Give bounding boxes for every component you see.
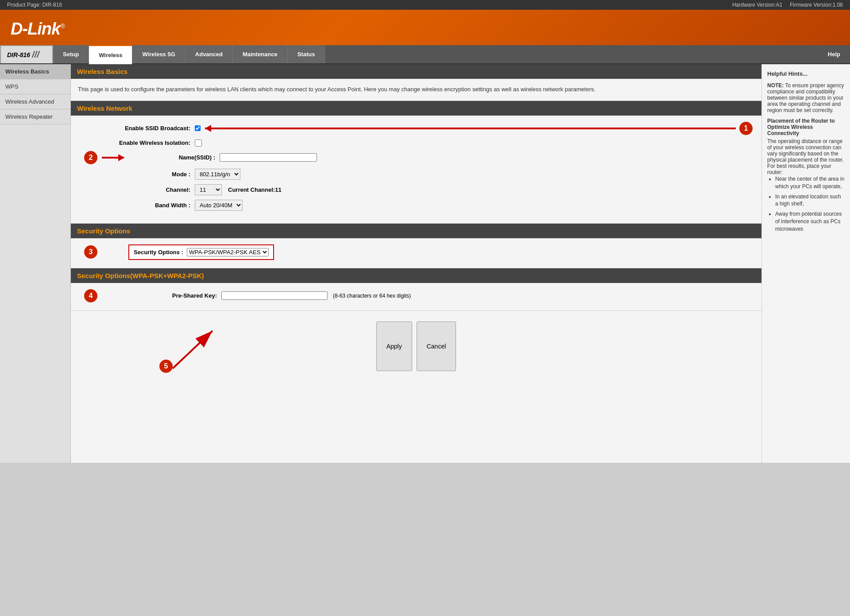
nav-tabs: DIR-816 /// Setup Wireless Wireless 5G A… — [0, 45, 850, 64]
badge-4: 4 — [84, 289, 97, 302]
badge-1: 1 — [739, 122, 753, 135]
router-label: DIR-816 /// — [0, 45, 53, 63]
page-description: This page is used to configure the param… — [71, 79, 761, 101]
tab-advanced[interactable]: Advanced — [185, 45, 233, 63]
cancel-button[interactable]: Cancel — [417, 322, 456, 371]
psk-input[interactable]: 221221mohammad — [221, 291, 328, 300]
tab-wireless5g[interactable]: Wireless 5G — [132, 45, 185, 63]
channel-row: Channel: Auto 1234 5678 91011 1213 Curre… — [80, 184, 753, 195]
mode-select[interactable]: 802.11b/g/n 802.11b/g 802.11b 802.11g — [195, 169, 240, 180]
mode-label: Mode : — [102, 171, 190, 178]
ssid-broadcast-checkbox[interactable] — [195, 125, 201, 131]
apply-button[interactable]: Apply — [376, 322, 412, 371]
svg-line-1 — [173, 331, 212, 368]
ssid-name-label: Name(SSID) : — [127, 154, 215, 161]
help-bullet-2: In an elevated location such a high shel… — [775, 193, 845, 208]
top-bar: Product Page: DIR-816 Hardware Version:A… — [0, 0, 850, 10]
sidebar-item-wireless-repeater[interactable]: Wireless Repeater — [0, 109, 70, 124]
tab-wireless[interactable]: Wireless — [89, 45, 132, 64]
sidebar: Wireless Basics WPS Wireless Advanced Wi… — [0, 64, 71, 463]
security-options-select[interactable]: WPA-PSK/WPA2-PSK AES None WEP WPA-PSK AE… — [187, 248, 269, 256]
wireless-isolation-checkbox[interactable] — [195, 139, 202, 147]
bandwidth-row: Band Width : Auto 20/40M 20M 40M — [80, 200, 753, 211]
help-note: NOTE: To ensure proper agency compliance… — [767, 82, 845, 113]
bandwidth-label: Band Width : — [102, 202, 190, 209]
ssid-broadcast-label: Enable SSID Broadcast: — [102, 125, 190, 132]
help-bullets: Near the center of the area in which you… — [767, 175, 845, 233]
ssid-broadcast-row: Enable SSID Broadcast: 1 — [80, 122, 753, 135]
security-options-label: Security Options : — [134, 249, 183, 256]
psk-section-header: Security Options(WPA-PSK+WPA2-PSK) — [71, 268, 761, 283]
version-info: Hardware Version:A1 Firmware Version:1.0… — [732, 2, 843, 8]
current-channel: Current Channel:11 — [228, 186, 282, 193]
psk-form: 4 Pre-Shared Key: 221221mohammad (8-63 c… — [71, 283, 761, 311]
header: D-Link® — [0, 10, 850, 45]
tab-maintenance[interactable]: Maintenance — [233, 45, 288, 63]
wireless-network-header: Wireless Network — [71, 101, 761, 116]
sidebar-item-wps[interactable]: WPS — [0, 79, 70, 94]
help-title: Helpful Hints... — [767, 70, 845, 77]
badge-2: 2 — [84, 151, 97, 164]
psk-hint: (8-63 characters or 64 hex digits) — [333, 293, 411, 299]
tab-setup[interactable]: Setup — [53, 45, 89, 63]
mode-row: Mode : 802.11b/g/n 802.11b/g 802.11b 802… — [80, 169, 753, 180]
dlink-logo: D-Link® — [11, 19, 65, 39]
wireless-isolation-row: Enable Wireless Isolation: — [80, 139, 753, 147]
router-slashes: /// — [32, 50, 39, 60]
ssid-name-input[interactable]: D1 — [220, 153, 317, 162]
main-layout: Wireless Basics WPS Wireless Advanced Wi… — [0, 64, 850, 463]
buttons-area: 5 Apply Cancel — [71, 311, 761, 382]
help-panel: Helpful Hints... NOTE: To ensure proper … — [761, 64, 850, 463]
content-area: Wireless Basics This page is used to con… — [71, 64, 761, 463]
channel-select[interactable]: Auto 1234 5678 91011 1213 — [195, 184, 222, 195]
wireless-network-form: Enable SSID Broadcast: 1 Enable Wireless… — [71, 116, 761, 224]
badge-5: 5 — [159, 360, 173, 373]
product-page: Product Page: DIR-816 — [7, 2, 62, 8]
help-placement-bold: Placement of the Router to Optimize Wire… — [767, 118, 845, 136]
tab-status[interactable]: Status — [288, 45, 325, 63]
bandwidth-select[interactable]: Auto 20/40M 20M 40M — [195, 200, 243, 211]
security-options-form: 3 Security Options : WPA-PSK/WPA2-PSK AE… — [71, 238, 761, 268]
sidebar-item-wireless-advanced[interactable]: Wireless Advanced — [0, 94, 70, 109]
psk-label: Pre-Shared Key: — [128, 292, 217, 299]
wireless-isolation-label: Enable Wireless Isolation: — [102, 139, 190, 146]
badge-3: 3 — [84, 245, 97, 259]
channel-label: Channel: — [102, 186, 190, 193]
help-bullet-3: Away from potential sources of interfere… — [775, 210, 845, 232]
help-bullet-1: Near the center of the area in which you… — [775, 175, 845, 190]
security-box: Security Options : WPA-PSK/WPA2-PSK AES … — [128, 244, 274, 260]
sidebar-item-wireless-basics[interactable]: Wireless Basics — [0, 64, 70, 79]
ssid-name-row: 2 Name(SSID) : D1 — [80, 151, 753, 164]
security-options-row: 3 Security Options : WPA-PSK/WPA2-PSK AE… — [80, 244, 753, 260]
wireless-basics-header: Wireless Basics — [71, 64, 761, 79]
help-placement-text: The operating distance or range of your … — [767, 138, 845, 175]
psk-row: 4 Pre-Shared Key: 221221mohammad (8-63 c… — [80, 289, 753, 302]
tab-help: Help — [818, 45, 850, 63]
security-options-header: Security Options — [71, 224, 761, 238]
